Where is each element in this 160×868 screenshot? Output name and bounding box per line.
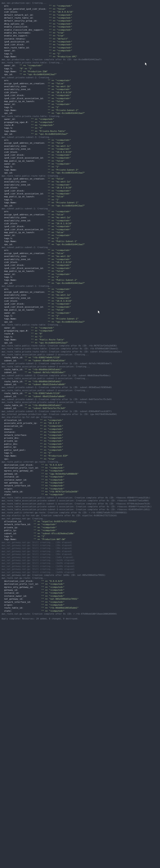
attr: associate_with_private_ip: "" => "10.0.0… bbox=[2, 422, 158, 425]
attr: arn: "" => "<computed>" bbox=[2, 138, 158, 142]
completion: aws_route_table_association.private-subn… bbox=[2, 505, 158, 508]
resource-header: aws_eip.elastic-ip-for-nat-gw: Creating.… bbox=[2, 416, 158, 418]
attr: subnet_id: "" => "subnet-05ed87d58aa02d5… bbox=[2, 359, 158, 362]
completion: aws_nat_gateway.nat-gw: Creation complet… bbox=[2, 574, 158, 577]
attr: default_network_acl_id: "" => "<computed… bbox=[2, 13, 158, 17]
attr: association_id: "" => "<computed>" bbox=[2, 425, 158, 428]
attr: instance_id: "" => "<computed>" bbox=[2, 591, 158, 594]
attr: egress_only_gateway_id: "" => "<computed… bbox=[2, 586, 158, 589]
attr: map_public_ip_on_launch: "" => "false" bbox=[2, 159, 158, 162]
attr: tags.%: "" => "1" bbox=[2, 237, 158, 240]
attr: ipv6_cidr_block: "" => "<computed>" bbox=[2, 94, 158, 97]
attr: cidr_block: "" => "10.0.0.0/16" bbox=[2, 10, 158, 13]
resource-header: aws_vpc.production-vpc: Creating... bbox=[2, 2, 158, 4]
resource-header: aws_route_table.private-route-table: Cre… bbox=[2, 61, 158, 64]
attr: cidr_block: "" => "10.0.3.0/24" bbox=[2, 186, 158, 189]
attr: owner_id: "" => "<computed>" bbox=[2, 103, 158, 106]
completion: aws_route_table.private-route-table: Cre… bbox=[2, 350, 158, 353]
attr: route_table_id: "" => "rtb-06b80bb1065d5… bbox=[2, 380, 158, 383]
attr: map_public_ip_on_launch: "" => "false" bbox=[2, 270, 158, 273]
resource-header: aws_route_table_association.public-subne… bbox=[2, 389, 158, 392]
attr: ipv6_cidr_block_association_id: "" => "<… bbox=[2, 267, 158, 270]
resource-header: aws_route.public-internet-gw-route: Crea… bbox=[2, 460, 158, 463]
completion: aws_route.public-internet-gw-route: Crea… bbox=[2, 511, 158, 514]
progress: aws_nat_gateway.nat-gw: Still creating..… bbox=[2, 568, 158, 570]
attr: egress_only_gateway_id: "" => "<computed… bbox=[2, 469, 158, 472]
attr: route_table_id: "" => "rtb-06b80bb1065d5… bbox=[2, 368, 158, 371]
attr: cidr_block: "" => "10.0.3.0/24" bbox=[2, 300, 158, 303]
resource-header: aws_nat_gateway.nat-gw: Creating... bbox=[2, 517, 158, 520]
resource-header: aws_subnet.private-subnet-1: Creating... bbox=[2, 285, 158, 287]
attr: owner_id: "" => "<computed>" bbox=[2, 49, 158, 52]
attr: network_interface: "" => "<computed>" bbox=[2, 434, 158, 437]
attr: arn: "" => "<computed>" bbox=[2, 4, 158, 7]
attr: tags.%: "" => "1" bbox=[2, 314, 158, 317]
attr: instance_owner_id: "" => "<computed>" bbox=[2, 478, 158, 481]
attr: vpc_id: "" => "vpc-0ccbd8b91b9413aa7" bbox=[2, 172, 158, 174]
attr: public_dns: "" => "<computed>" bbox=[2, 443, 158, 445]
attr: availability_zone_id: "" => "<computed>" bbox=[2, 258, 158, 261]
progress: aws_nat_gateway.nat-gw: Still creating..… bbox=[2, 547, 158, 550]
attr: enable_dns_support: "" => "true" bbox=[2, 34, 158, 37]
attr: tags.%: "" => "1" bbox=[2, 276, 158, 279]
attr: origin: "" => "<computed>" bbox=[2, 487, 158, 490]
attr: ipv6_cidr_block_association_id: "" => "<… bbox=[2, 306, 158, 308]
attr: tags.%: "" => "1" bbox=[2, 452, 158, 455]
attr: availability_zone_id: "" => "<computed>" bbox=[2, 88, 158, 91]
attr: availability_zone: "" => "eu-west-1c" bbox=[2, 145, 158, 148]
attr: gateway_id: "" => "igw-0e3de44afa0088b56… bbox=[2, 472, 158, 475]
attr: network_interface_id: "" => "<computed>" bbox=[2, 600, 158, 603]
attr: enable_classiclink_dns_support: "" => "<… bbox=[2, 28, 158, 31]
progress: aws_nat_gateway.nat-gw: Still creating..… bbox=[2, 541, 158, 544]
terminal-output[interactable]: aws_vpc.production-vpc: Creating... arn:… bbox=[2, 2, 158, 620]
attr: ipv6_cidr_block: "" => "<computed>" bbox=[2, 43, 158, 46]
attr: arn: "" => "<computed>" bbox=[2, 288, 158, 290]
completion: aws_route.nat-gw-route: Creation complet… bbox=[2, 613, 158, 615]
attr: ipv6_cidr_block_association_id: "" => "<… bbox=[2, 156, 158, 159]
attr: availability_zone: "" => "eu-west-1a" bbox=[2, 216, 158, 219]
attr: assign_ipv6_address_on_creation: "" => "… bbox=[2, 290, 158, 293]
attr: tags.Name: "" => "Production-EIP" bbox=[2, 455, 158, 457]
attr: availability_zone: "" => "eu-west-1a" bbox=[2, 180, 158, 183]
resource-header: aws_route_table_association.private-subn… bbox=[2, 365, 158, 368]
attr: instance_owner_id: "" => "<computed>" bbox=[2, 595, 158, 597]
attr: tags.Name: "" => "Private-Route-Table" bbox=[2, 130, 158, 133]
attr: destination_prefix_list_id: "" => "<comp… bbox=[2, 466, 158, 469]
attr: tags.%: "0" => "1" bbox=[2, 67, 158, 70]
attr: private_ip: "" => "<computed>" bbox=[2, 526, 158, 529]
progress: aws_nat_gateway.nat-gw: Still creating..… bbox=[2, 559, 158, 562]
attr: tags.Name: "" => "Public-Subnet-2" bbox=[2, 279, 158, 281]
attr: default_route_table_id: "" => "<computed… bbox=[2, 17, 158, 19]
attr: availability_zone_id: "" => "<computed>" bbox=[2, 183, 158, 186]
progress: aws_nat_gateway.nat-gw: Still creating..… bbox=[2, 556, 158, 559]
attr: nat_gateway_id: "" => "<computed>" bbox=[2, 481, 158, 484]
attr: ipv6_cidr_block: "" => "<computed>" bbox=[2, 154, 158, 156]
completion: aws_route_table.private-route-table: Cre… bbox=[2, 347, 158, 350]
attr: vpc_id: "" => "vpc-0ccbd8b91b9413aa7" bbox=[2, 282, 158, 285]
attr: map_public_ip_on_launch: "" => "false" bbox=[2, 231, 158, 234]
attr: propagating_vgws.#: "" => "<computed>" bbox=[2, 329, 158, 332]
progress: aws_nat_gateway.nat-gw: Still creating..… bbox=[2, 544, 158, 547]
attr: default_security_group_id: "" => "<compu… bbox=[2, 19, 158, 22]
attr: vpc_id: "" => "vpc-0ccbd8b91b9413aa7" bbox=[2, 320, 158, 323]
attr: tags.%: "" => "1" bbox=[2, 127, 158, 129]
attr: arn: "" => "<computed>" bbox=[2, 210, 158, 213]
attr: route_table_id: "" => "rtb-038827a6a0cf2… bbox=[2, 356, 158, 359]
completion: aws_route_table_association.public-subne… bbox=[2, 496, 158, 499]
summary: Apply complete! Resources: 20 added, 0 c… bbox=[2, 617, 158, 620]
attr: route.#: "" => "<computed>" bbox=[2, 124, 158, 127]
resource-header: aws_route_table_association.public-subne… bbox=[2, 353, 158, 356]
attr: subnet_id: "" => "subnet-0b7e5cf402855db… bbox=[2, 371, 158, 374]
attr: route_table_id: "" => "rtb-06b80bb1065d5… bbox=[2, 404, 158, 407]
attr: subnet_id: "" => "subnet-0e8f3a1e7ecf5c3… bbox=[2, 407, 158, 410]
attr: route_table_id: "" => "rtb-067672ef2e5a2… bbox=[2, 490, 158, 493]
attr: state: "" => "<computed>" bbox=[2, 610, 158, 613]
attr: ipv6_cidr_block: "" => "<computed>" bbox=[2, 264, 158, 267]
completion: aws_subnet.public-subnet-1: Creation com… bbox=[2, 374, 158, 377]
resource-header: aws_subnet.public-subnet-2: Creating... bbox=[2, 246, 158, 249]
attr: nat_gateway_id: "" => "nat-085e5966d31e7… bbox=[2, 597, 158, 600]
resource-header: aws_subnet.public-subnet-1: Creating... bbox=[2, 207, 158, 210]
attr: tags.Name: "" => "Production-IGW" bbox=[2, 70, 158, 73]
attr: assign_ipv6_address_on_creation: "" => "… bbox=[2, 142, 158, 145]
attr: assign_generated_ipv6_cidr_block: "" => … bbox=[2, 7, 158, 10]
